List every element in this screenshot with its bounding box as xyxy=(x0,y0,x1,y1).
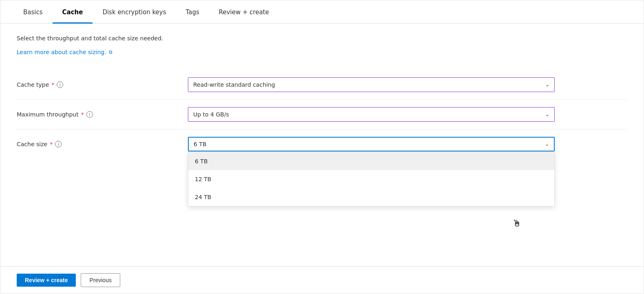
description-text: Select the throughput and total cache si… xyxy=(17,35,627,42)
label-max-throughput-text: Maximum throughput xyxy=(17,111,79,118)
label-cache-size: Cache size * i xyxy=(17,141,188,147)
label-cache-type: Cache type * i xyxy=(17,81,188,88)
field-control-cache-size: 6 TB ⌄ 6 TB 12 TB 24 TB xyxy=(188,137,555,151)
learn-more-text: Learn more about cache sizing. xyxy=(17,49,106,55)
chevron-down-icon-cache-type: ⌄ xyxy=(545,82,549,88)
tab-review-create[interactable]: Review + create xyxy=(209,0,279,24)
info-icon-cache-size[interactable]: i xyxy=(55,141,62,147)
form-row-cache-size: Cache size * i 6 TB ⌄ 6 TB 12 TB 24 TB xyxy=(17,129,627,159)
label-cache-size-text: Cache size xyxy=(17,141,47,147)
form-row-max-throughput: Maximum throughput * i Up to 4 GB/s ⌄ xyxy=(17,100,627,129)
info-icon-cache-type[interactable]: i xyxy=(57,81,63,88)
chevron-down-icon-cache-size: ⌄ xyxy=(545,141,549,147)
tab-basics[interactable]: Basics xyxy=(13,0,53,24)
dropdown-max-throughput[interactable]: Up to 4 GB/s ⌄ xyxy=(188,107,555,122)
dropdown-option-6tb[interactable]: 6 TB xyxy=(188,152,554,170)
form-row-cache-type: Cache type * i Read-write standard cachi… xyxy=(17,70,627,100)
dropdown-max-throughput-value: Up to 4 GB/s xyxy=(193,111,229,118)
dropdown-cache-type-value: Read-write standard caching xyxy=(193,81,275,88)
previous-button[interactable]: Previous xyxy=(81,273,120,287)
review-create-button[interactable]: Review + create xyxy=(17,274,76,287)
required-star-cache-size: * xyxy=(50,141,53,147)
content-area: Select the throughput and total cache si… xyxy=(0,24,644,266)
page-container: Basics Cache Disk encryption keys Tags R… xyxy=(0,0,644,294)
dropdown-cache-type[interactable]: Read-write standard caching ⌄ xyxy=(188,77,555,92)
required-star-throughput: * xyxy=(81,111,84,118)
info-icon-throughput[interactable]: i xyxy=(86,111,93,118)
required-star-cache-type: * xyxy=(51,81,54,88)
bottom-bar: Review + create Previous xyxy=(0,266,644,294)
chevron-down-icon-throughput: ⌄ xyxy=(545,112,549,117)
tab-cache[interactable]: Cache xyxy=(53,0,93,24)
dropdown-cache-size-value: 6 TB xyxy=(194,141,207,147)
form-section: Cache type * i Read-write standard cachi… xyxy=(17,70,627,159)
dropdown-cache-size[interactable]: 6 TB ⌄ xyxy=(188,137,555,151)
dropdown-cache-size-menu: 6 TB 12 TB 24 TB xyxy=(188,152,555,206)
dropdown-option-12tb[interactable]: 12 TB xyxy=(188,170,554,188)
learn-more-link[interactable]: Learn more about cache sizing. ⧉ xyxy=(17,49,112,55)
dropdown-option-24tb[interactable]: 24 TB xyxy=(188,188,554,206)
label-cache-type-text: Cache type xyxy=(17,81,49,88)
tab-disk-encryption-keys[interactable]: Disk encryption keys xyxy=(93,0,176,24)
field-control-max-throughput: Up to 4 GB/s ⌄ xyxy=(188,107,555,122)
tabs-bar: Basics Cache Disk encryption keys Tags R… xyxy=(0,0,644,24)
field-control-cache-type: Read-write standard caching ⌄ xyxy=(188,77,555,92)
external-link-icon: ⧉ xyxy=(109,49,112,55)
tab-tags[interactable]: Tags xyxy=(176,0,209,24)
label-max-throughput: Maximum throughput * i xyxy=(17,111,188,118)
